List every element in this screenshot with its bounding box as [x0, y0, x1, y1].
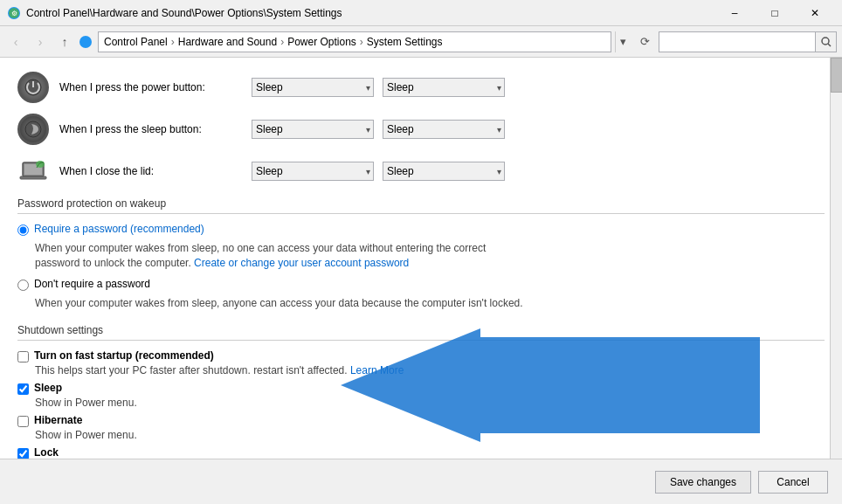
- norequire-password-desc: When your computer wakes from sleep, any…: [35, 296, 825, 311]
- title-bar-left: ⚙ Control Panel\Hardware and Sound\Power…: [7, 6, 342, 20]
- svg-text:⚙: ⚙: [11, 10, 17, 17]
- shutdown-section-title: Shutdown settings: [17, 324, 825, 336]
- forward-button[interactable]: ›: [30, 31, 51, 52]
- search-wrapper: [659, 31, 837, 52]
- change-password-link[interactable]: Create or change your user account passw…: [194, 257, 409, 269]
- shutdown-section: Shutdown settings Turn on fast startup (…: [17, 324, 825, 459]
- refresh-button[interactable]: ⟳: [634, 31, 655, 52]
- fast-startup-label[interactable]: Turn on fast startup (recommended): [34, 349, 214, 362]
- back-button[interactable]: ‹: [5, 31, 26, 52]
- fast-startup-desc: This helps start your PC faster after sh…: [35, 364, 825, 376]
- close-lid-battery-select[interactable]: Sleep Do nothing Hibernate Shut down: [252, 162, 374, 181]
- breadcrumb-control-panel[interactable]: Control Panel: [104, 36, 168, 48]
- title-bar-controls[interactable]: – □ ✕: [714, 0, 835, 26]
- cancel-button[interactable]: Cancel: [758, 471, 828, 494]
- sleep-button-plugged-select[interactable]: Sleep Do nothing Hibernate Shut down: [383, 120, 505, 139]
- require-password-desc: When your computer wakes from sleep, no …: [35, 241, 825, 271]
- search-button[interactable]: [816, 31, 837, 52]
- window-icon: ⚙: [7, 6, 21, 20]
- maximize-button[interactable]: □: [755, 0, 795, 26]
- main-content: When I press the power button: Sleep Do …: [0, 58, 842, 459]
- close-button[interactable]: ✕: [795, 0, 835, 26]
- hibernate-checkbox[interactable]: [17, 416, 29, 427]
- fast-startup-checkbox[interactable]: [17, 351, 29, 362]
- scrollbar[interactable]: [830, 58, 842, 459]
- title-bar-title: Control Panel\Hardware and Sound\Power O…: [26, 7, 342, 19]
- sleep-row: Sleep: [17, 382, 825, 395]
- password-section-divider: [17, 213, 825, 214]
- svg-point-4: [79, 36, 92, 48]
- sleep-button-row: When I press the sleep button: Sleep Do …: [17, 114, 825, 145]
- save-changes-button[interactable]: Save changes: [655, 471, 751, 494]
- search-icon: [821, 37, 832, 47]
- title-bar: ⚙ Control Panel\Hardware and Sound\Power…: [0, 0, 842, 26]
- address-bar: ‹ › ↑ Control Panel › Hardware and Sound…: [0, 26, 842, 58]
- norequire-password-radio[interactable]: [17, 280, 29, 291]
- power-button-battery-select[interactable]: Sleep Do nothing Hibernate Shut down Tur…: [252, 78, 374, 97]
- require-password-row: Require a password (recommended): [17, 223, 825, 236]
- power-button-plugged-wrapper: Sleep Do nothing Hibernate Shut down Tur…: [383, 78, 505, 97]
- search-input[interactable]: [659, 31, 816, 52]
- hibernate-row: Hibernate: [17, 414, 825, 427]
- close-lid-icon: [17, 155, 49, 187]
- close-lid-label: When I close the lid:: [59, 165, 252, 177]
- power-button-row: When I press the power button: Sleep Do …: [17, 72, 825, 103]
- hibernate-label[interactable]: Hibernate: [34, 414, 82, 426]
- up-button[interactable]: ↑: [54, 31, 75, 52]
- sleep-button-battery-select[interactable]: Sleep Do nothing Hibernate Shut down: [252, 120, 374, 139]
- shutdown-section-divider: [17, 340, 825, 341]
- breadcrumb: Control Panel › Hardware and Sound › Pow…: [98, 31, 611, 52]
- power-button-icon: [17, 72, 49, 103]
- bottom-bar: Save changes Cancel: [0, 459, 842, 504]
- close-lid-row: When I close the lid: Sleep Do nothing H…: [17, 155, 825, 187]
- lock-checkbox[interactable]: [17, 448, 29, 459]
- hibernate-desc: Show in Power menu.: [35, 429, 825, 441]
- norequire-password-row: Don't require a password: [17, 278, 825, 291]
- sleep-checkbox[interactable]: [17, 383, 29, 395]
- svg-rect-12: [20, 176, 46, 179]
- close-lid-plugged-wrapper: Sleep Do nothing Hibernate Shut down: [383, 162, 505, 181]
- breadcrumb-power[interactable]: Power Options: [287, 36, 356, 48]
- norequire-password-label[interactable]: Don't require a password: [34, 278, 150, 290]
- scrollbar-thumb[interactable]: [831, 58, 842, 93]
- fast-startup-row: Turn on fast startup (recommended): [17, 349, 825, 362]
- require-password-label[interactable]: Require a password (recommended): [34, 223, 204, 235]
- location-icon: [79, 35, 93, 49]
- require-password-radio[interactable]: [17, 224, 29, 236]
- password-section-title: Password protection on wakeup: [17, 197, 825, 210]
- svg-line-6: [828, 44, 831, 46]
- learn-more-link[interactable]: Learn More: [350, 364, 404, 376]
- breadcrumb-hardware[interactable]: Hardware and Sound: [178, 36, 277, 48]
- close-lid-battery-wrapper: Sleep Do nothing Hibernate Shut down: [252, 162, 374, 181]
- password-section: Password protection on wakeup Require a …: [17, 197, 825, 310]
- minimize-button[interactable]: –: [714, 0, 755, 26]
- sleep-desc: Show in Power menu.: [35, 397, 825, 409]
- power-button-label: When I press the power button:: [59, 81, 252, 93]
- svg-point-5: [822, 38, 829, 45]
- sleep-label[interactable]: Sleep: [34, 382, 62, 394]
- breadcrumb-system-settings[interactable]: System Settings: [367, 36, 443, 48]
- sleep-button-plugged-wrapper: Sleep Do nothing Hibernate Shut down: [383, 120, 505, 139]
- sleep-button-battery-wrapper: Sleep Do nothing Hibernate Shut down: [252, 120, 374, 139]
- address-dropdown-button[interactable]: ▾: [615, 31, 631, 52]
- power-button-battery-wrapper: Sleep Do nothing Hibernate Shut down Tur…: [252, 78, 374, 97]
- lock-row: Lock: [17, 446, 825, 459]
- power-button-plugged-select[interactable]: Sleep Do nothing Hibernate Shut down Tur…: [383, 78, 505, 97]
- close-lid-plugged-select[interactable]: Sleep Do nothing Hibernate Shut down: [383, 162, 505, 181]
- lock-label[interactable]: Lock: [34, 446, 59, 459]
- sleep-button-icon: [17, 114, 49, 145]
- sleep-button-label: When I press the sleep button:: [59, 123, 252, 135]
